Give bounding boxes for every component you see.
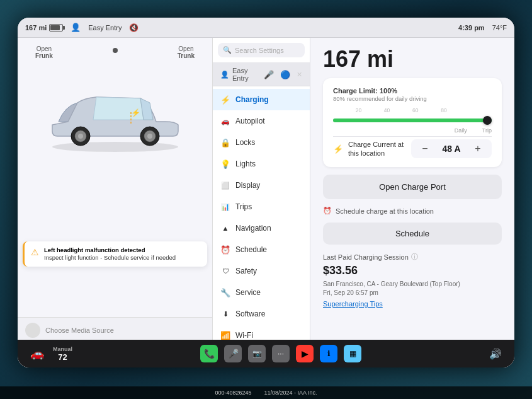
lights-icon: 💡 xyxy=(220,159,230,169)
session-location: San Francisco, CA - Geary Boulevard (Top… xyxy=(323,280,502,289)
easy-entry-text: Easy Entry xyxy=(232,67,264,82)
wifi-label: Wi-Fi xyxy=(235,331,253,340)
info-icon: ⓘ xyxy=(411,252,418,262)
wifi-header-icon[interactable]: ✕ xyxy=(297,71,302,79)
auction-date: 11/08/2024 - IAA Inc. xyxy=(264,390,317,396)
media-source-bar[interactable]: Choose Media Source xyxy=(18,318,212,343)
safety-icon: 🛡 xyxy=(220,266,230,276)
schedule-icon: ⏰ xyxy=(220,245,230,255)
range-display: 167 mi xyxy=(25,24,63,32)
search-placeholder: Search Settings xyxy=(235,47,284,54)
schedule-button[interactable]: Schedule xyxy=(323,223,502,245)
divider xyxy=(333,136,492,137)
more-app[interactable]: ··· xyxy=(272,345,290,362)
grid-app[interactable]: ▦ xyxy=(344,345,361,362)
media-app[interactable]: ▶ xyxy=(296,345,314,362)
charge-current-label: Charge Current at this location xyxy=(348,140,406,158)
main-layout: Open Frunk Open Trunk xyxy=(18,38,514,367)
bluetooth-header-icon[interactable]: 🔵 xyxy=(280,70,290,79)
charge-limit-slider[interactable] xyxy=(333,119,492,122)
trips-icon: 📊 xyxy=(220,202,230,212)
slider-track xyxy=(333,119,492,122)
media-source-text: Choose Media Source xyxy=(45,327,205,334)
mute-icon: 🔇 xyxy=(129,23,139,32)
car-labels: Open Frunk Open Trunk xyxy=(23,43,207,62)
settings-item-display[interactable]: ⬜ Display xyxy=(213,175,310,196)
speed-unit-label: Manual xyxy=(53,346,72,352)
settings-item-safety[interactable]: 🛡 Safety xyxy=(213,260,310,282)
settings-item-lights[interactable]: 💡 Lights xyxy=(213,153,310,175)
autopilot-label: Autopilot xyxy=(235,117,265,125)
charging-panel-inner: 167 mi Charge Limit: 100% 80% recommende… xyxy=(323,48,502,308)
alert-icon: ⚠ xyxy=(31,247,39,257)
settings-item-trips[interactable]: 📊 Trips xyxy=(213,196,310,217)
search-wrap[interactable]: 🔍 Search Settings xyxy=(218,43,305,57)
alert-subtitle: Inspect light function - Schedule servic… xyxy=(44,253,176,262)
vehicle-id: 000-40826245 xyxy=(215,390,251,396)
trips-label: Trips xyxy=(235,202,252,211)
settings-item-locks[interactable]: 🔒 Locks xyxy=(213,132,310,153)
voice-app[interactable]: 🎤 xyxy=(224,345,242,362)
time-display: 4:39 pm xyxy=(458,24,485,32)
svg-point-3 xyxy=(78,134,83,139)
charging-icon: ⚡ xyxy=(220,95,230,105)
mic-icon[interactable]: 🎤 xyxy=(264,70,274,79)
open-trunk-label[interactable]: Open Trunk xyxy=(178,45,195,59)
header-icons: 🎤 🔵 ✕ xyxy=(264,70,302,79)
schedule-charge-row: ⏰ Schedule charge at this location xyxy=(323,207,502,215)
open-charge-port-button[interactable]: Open Charge Port xyxy=(323,175,502,199)
locks-icon: 🔒 xyxy=(220,137,230,147)
status-bar: 167 mi 👤 Easy Entry 🔇 4:39 pm 74°F xyxy=(18,18,514,38)
amperage-control: − 48 A + xyxy=(411,139,492,158)
person-icon-small: 👤 xyxy=(220,71,229,79)
svg-text:⚡: ⚡ xyxy=(131,108,140,117)
bottom-info-bar: 000-40826245 11/08/2024 - IAA Inc. xyxy=(0,386,532,399)
settings-item-navigation[interactable]: ▲ Navigation xyxy=(213,217,310,239)
settings-item-software[interactable]: ⬇ Software xyxy=(213,303,310,325)
lights-label: Lights xyxy=(235,159,256,168)
settings-item-service[interactable]: 🔧 Service xyxy=(213,282,310,303)
easy-entry-status: Easy Entry xyxy=(88,24,122,32)
settings-easy-entry-bar: 👤 Easy Entry 🎤 🔵 ✕ xyxy=(213,63,310,86)
display-label: Display xyxy=(235,181,260,190)
charge-current-row: ⚡ Charge Current at this location − 48 A… xyxy=(333,139,492,158)
last-session: Last Paid Charging Session ⓘ $33.56 San … xyxy=(323,252,502,308)
locks-label: Locks xyxy=(235,138,255,147)
search-box: 🔍 Search Settings xyxy=(213,38,310,63)
schedule-label: Schedule xyxy=(235,245,267,254)
speed-value: 72 xyxy=(58,352,67,362)
car-taskbar-icon[interactable]: 🚗 xyxy=(30,347,44,361)
range-text: 167 mi xyxy=(25,24,47,32)
open-frunk-label[interactable]: Open Frunk xyxy=(35,45,53,59)
camera-app[interactable]: 📷 xyxy=(248,345,266,362)
settings-item-charging[interactable]: ⚡ Charging xyxy=(213,89,310,110)
charge-limit-sub: 80% recommended for daily driving xyxy=(333,95,427,102)
slider-thumb[interactable] xyxy=(483,116,492,125)
search-icon: 🔍 xyxy=(223,46,232,54)
settings-item-schedule[interactable]: ⏰ Schedule xyxy=(213,239,310,260)
supercharging-link[interactable]: Supercharging Tips xyxy=(323,300,502,308)
alert-title: Left headlight malfunction detected xyxy=(44,246,176,253)
amp-value: 48 A xyxy=(439,144,464,154)
settings-item-autopilot[interactable]: 🚗 Autopilot xyxy=(213,110,310,132)
alert-content: Left headlight malfunction detected Insp… xyxy=(44,246,176,262)
volume-icon[interactable]: 🔊 xyxy=(489,348,502,360)
lock-indicator xyxy=(113,48,118,53)
temp-display: 74°F xyxy=(492,24,507,32)
info-app[interactable]: ℹ xyxy=(320,345,337,362)
last-session-title: Last Paid Charging Session ⓘ xyxy=(323,252,502,262)
service-icon: 🔧 xyxy=(220,287,230,298)
wifi-icon: 📶 xyxy=(220,330,230,340)
session-date: Fri, Sep 20 6:57 pm xyxy=(323,289,502,298)
phone-app[interactable]: 📞 xyxy=(200,345,218,362)
service-label: Service xyxy=(235,288,261,297)
svg-point-6 xyxy=(147,134,152,139)
outer-frame: 167 mi 👤 Easy Entry 🔇 4:39 pm 74°F xyxy=(0,0,532,399)
svg-point-0 xyxy=(52,142,178,152)
decrease-amp-button[interactable]: − xyxy=(419,143,431,154)
screen-content: 167 mi 👤 Easy Entry 🔇 4:39 pm 74°F xyxy=(18,18,514,367)
range-miles-display: 167 mi xyxy=(323,48,502,71)
charging-label: Charging xyxy=(235,95,269,104)
charge-limit-info: Charge Limit: 100% 80% recommended for d… xyxy=(333,87,427,102)
increase-amp-button[interactable]: + xyxy=(472,143,484,154)
